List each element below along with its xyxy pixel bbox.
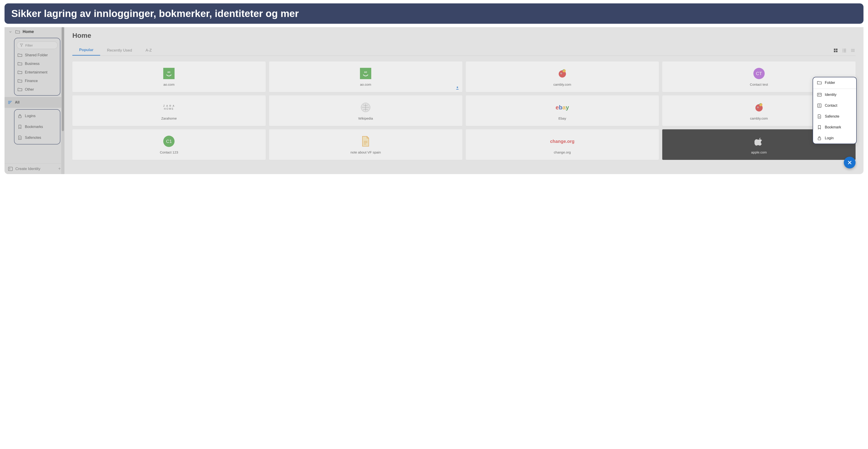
popup-item-contact[interactable]: Contact <box>813 100 856 111</box>
sidebar-scrollbar[interactable] <box>61 27 64 174</box>
svg-rect-5 <box>834 51 835 52</box>
folder-icon <box>18 70 22 74</box>
sidebar-category-bookmarks[interactable]: Bookmarks <box>14 121 60 132</box>
category-label: All <box>15 100 20 104</box>
fab-close-button[interactable] <box>844 157 856 168</box>
shared-icon <box>456 86 459 90</box>
create-identity-button[interactable]: Create Identity + <box>4 163 64 174</box>
sidebar-folder-1[interactable]: Business <box>14 60 60 68</box>
svg-point-31 <box>819 105 820 106</box>
banner: Sikker lagring av innlogginger, bokmerke… <box>4 3 864 24</box>
svg-rect-6 <box>836 51 837 52</box>
sidebar-category-logins[interactable]: Logins <box>14 110 60 121</box>
svg-rect-32 <box>818 138 821 140</box>
bookmark-icon <box>817 125 822 130</box>
tab-a-z[interactable]: A-Z <box>139 45 158 55</box>
popup-item-folder[interactable]: Folder <box>813 77 856 88</box>
tabs: PopularRecently UsedA-Z <box>72 45 856 56</box>
plus-icon: + <box>58 166 61 171</box>
card-icon <box>556 67 568 80</box>
card-icon: ebay <box>556 101 568 114</box>
sidebar-folder-4[interactable]: Other <box>14 85 60 94</box>
app-container: Home Shared FolderBusinessEntertainmentF… <box>4 27 864 174</box>
folder-icon <box>817 81 822 85</box>
small-list-view-icon[interactable] <box>841 48 847 53</box>
filter-input-wrap[interactable] <box>17 41 58 49</box>
create-popup: FolderIdentityContactSafenoteBookmarkLog… <box>813 77 857 144</box>
item-card[interactable]: Z A R AHOMEZarahome <box>72 95 266 126</box>
item-card[interactable]: aoao.com <box>72 62 266 92</box>
item-card[interactable]: aoao.com <box>269 62 462 92</box>
card-label: Zarahome <box>161 117 177 120</box>
popup-label: Folder <box>825 81 835 85</box>
filter-icon <box>20 43 24 47</box>
popup-label: Identity <box>825 93 837 97</box>
bookmark-icon <box>18 125 22 129</box>
svg-point-22 <box>561 73 561 74</box>
popup-item-identity[interactable]: Identity <box>813 89 856 100</box>
card-label: Contact test <box>750 83 768 86</box>
svg-text:ao: ao <box>364 70 367 73</box>
card-icon: Z A R AHOME <box>163 101 175 114</box>
create-identity-label: Create Identity <box>16 167 40 171</box>
sidebar-folder-0[interactable]: Shared Folder <box>14 51 60 60</box>
chevron-down-icon <box>8 30 13 34</box>
list-view-icon[interactable] <box>850 48 856 53</box>
sidebar-folder-3[interactable]: Finance <box>14 77 60 85</box>
grid-view-icon[interactable] <box>833 48 838 53</box>
popup-label: Safenote <box>825 115 839 119</box>
card-icon <box>360 135 372 148</box>
card-icon: CT <box>753 67 765 80</box>
sidebar: Home Shared FolderBusinessEntertainmentF… <box>4 27 64 174</box>
card-icon <box>753 101 765 114</box>
card-icon <box>360 101 372 114</box>
category-label: Logins <box>25 114 35 118</box>
folder-icon <box>18 53 22 57</box>
card-label: Ebay <box>558 117 566 120</box>
filter-input[interactable] <box>25 43 55 47</box>
sidebar-category-all[interactable]: All <box>4 97 64 108</box>
item-card[interactable]: C1Contact 123 <box>72 129 266 160</box>
popup-item-login[interactable]: Login <box>813 133 856 143</box>
items-grid: aoao.comaoao.comcambly.comCTContact test… <box>72 62 856 160</box>
item-card[interactable]: ebayEbay <box>466 95 659 126</box>
lock-icon <box>817 136 822 140</box>
tab-recently-used[interactable]: Recently Used <box>100 45 139 55</box>
svg-rect-3 <box>834 49 835 50</box>
category-label: Bookmarks <box>25 125 43 129</box>
popup-item-bookmark[interactable]: Bookmark <box>813 122 856 133</box>
folder-icon <box>16 30 20 34</box>
tab-popular[interactable]: Popular <box>72 45 100 56</box>
folder-label: Business <box>25 62 39 66</box>
popup-label: Contact <box>825 103 837 107</box>
contact-icon <box>817 103 822 108</box>
item-card[interactable]: note about VF spain <box>269 129 462 160</box>
popup-item-safenote[interactable]: Safenote <box>813 111 856 122</box>
item-card[interactable]: change.orgchange.org <box>466 129 659 160</box>
sidebar-home[interactable]: Home <box>4 27 64 36</box>
identity-icon <box>817 93 822 97</box>
close-icon <box>847 160 852 165</box>
item-card[interactable]: Wikipedia <box>269 95 462 126</box>
sidebar-categories-highlight: LoginsBookmarksSafenotes <box>14 109 60 145</box>
note-icon <box>817 114 822 119</box>
svg-rect-12 <box>844 52 846 52</box>
sidebar-folders-highlight: Shared FolderBusinessEntertainmentFinanc… <box>14 38 60 96</box>
svg-text:ao: ao <box>167 70 170 73</box>
svg-rect-0 <box>19 116 21 118</box>
sidebar-home-label: Home <box>23 29 34 34</box>
card-label: cambly.com <box>750 117 768 120</box>
card-label: change.org <box>554 150 571 154</box>
sidebar-category-safenotes[interactable]: Safenotes <box>14 132 60 143</box>
svg-rect-14 <box>851 50 855 51</box>
card-label: cambly.com <box>553 83 571 86</box>
main-panel: Home PopularRecently UsedA-Z aoao.comaoa… <box>64 27 864 174</box>
sidebar-folder-2[interactable]: Entertainment <box>14 68 60 77</box>
svg-rect-9 <box>842 50 843 51</box>
scrollbar-thumb[interactable] <box>62 27 64 131</box>
lines-icon <box>8 100 12 105</box>
svg-point-27 <box>757 107 758 108</box>
folder-label: Other <box>25 88 34 92</box>
item-card[interactable]: cambly.com <box>466 62 659 92</box>
folder-icon <box>18 87 22 92</box>
